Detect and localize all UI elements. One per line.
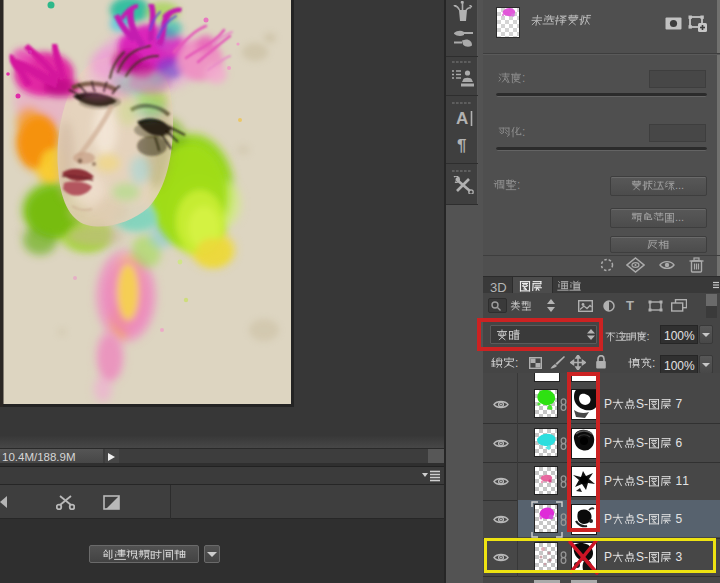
svg-text:P: P [604,512,612,526]
svg-text:-: - [644,512,648,526]
svg-text:S: S [636,474,644,488]
svg-text:P: P [604,397,612,411]
svg-text:P: P [604,474,612,488]
svg-text:.: . [681,179,684,191]
svg-text:7: 7 [676,397,683,411]
svg-text:¶: ¶ [457,137,466,153]
svg-text:-: - [644,397,648,411]
svg-text:S: S [636,436,644,450]
svg-text::: : [515,356,518,370]
svg-text::: : [517,178,520,192]
svg-text:5: 5 [676,512,683,526]
svg-text:S: S [636,512,644,526]
svg-text:-: - [644,474,648,488]
svg-text:-: - [644,436,648,450]
svg-text:1: 1 [682,474,689,488]
svg-text:S: S [636,397,644,411]
svg-text:A: A [456,110,468,127]
svg-text:6: 6 [676,436,683,450]
svg-text:.: . [681,211,684,223]
svg-text:P: P [604,436,612,450]
svg-text::: : [522,71,525,85]
svg-text::: : [652,356,655,370]
svg-text::: : [647,330,650,342]
svg-text::: : [522,125,525,139]
